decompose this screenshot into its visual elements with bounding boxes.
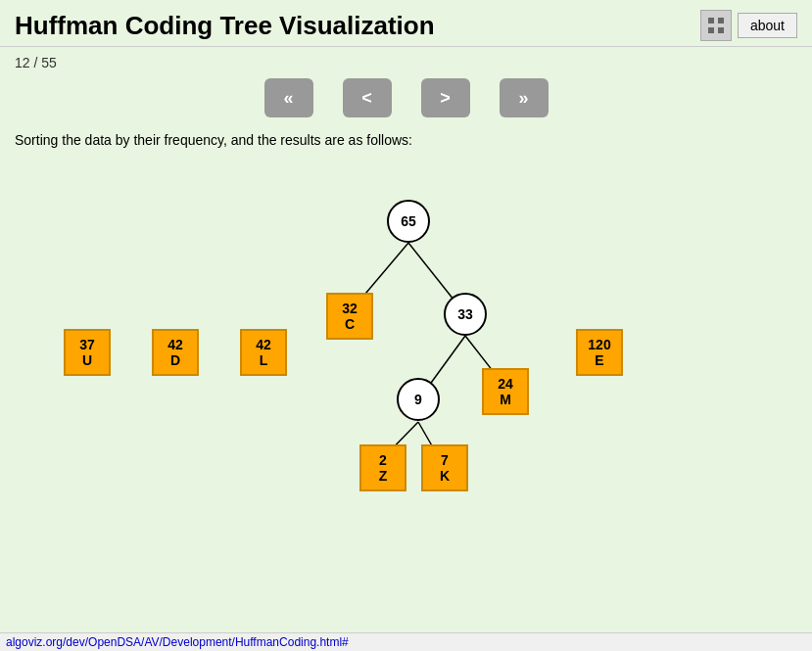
node-U-letter: U (82, 352, 92, 368)
svg-rect-3 (718, 27, 724, 33)
tree-node-Z-letter: Z (379, 468, 388, 484)
node-E-value: 120 (588, 337, 610, 352)
tree-node-Z: 2 Z (359, 444, 406, 491)
tree-node-K-value: 7 (441, 452, 449, 468)
svg-rect-1 (718, 18, 724, 23)
settings-button[interactable] (700, 10, 732, 41)
tree-node-33-value: 33 (457, 306, 473, 322)
header-controls: about (700, 10, 797, 41)
tree-node-M: 24 M (482, 368, 529, 415)
nav-buttons: « < > » (15, 78, 797, 117)
tree-node-M-letter: M (500, 392, 511, 407)
fastforward-button[interactable]: » (500, 78, 549, 117)
tree-node-K: 7 K (421, 444, 468, 491)
tree-node-C-value: 32 (342, 301, 358, 316)
node-D-value: 42 (167, 337, 183, 352)
node-U-value: 37 (79, 337, 95, 352)
tree-node-33: 33 (444, 293, 487, 336)
next-button[interactable]: > (421, 78, 470, 117)
statusbar: algoviz.org/dev/OpenDSA/AV/Development/H… (0, 632, 812, 651)
svg-rect-2 (708, 27, 714, 33)
node-D: 42 D (152, 329, 199, 376)
tree-root-value: 65 (401, 213, 416, 229)
tree-node-9-value: 9 (414, 392, 422, 407)
svg-rect-0 (708, 18, 714, 23)
tree-node-C: 32 C (326, 293, 373, 340)
visualization-area: 37 U 42 D 42 L 120 E 65 32 C 33 (15, 167, 797, 618)
rewind-button[interactable]: « (264, 78, 313, 117)
node-L-letter: L (260, 352, 268, 368)
node-D-letter: D (170, 352, 180, 368)
tree-node-M-value: 24 (498, 376, 513, 392)
counter: 12 / 55 (15, 55, 797, 70)
tree-node-K-letter: K (440, 468, 450, 484)
about-button[interactable]: about (738, 13, 797, 38)
statusbar-url: algoviz.org/dev/OpenDSA/AV/Development/H… (6, 635, 349, 649)
node-L-value: 42 (256, 337, 271, 352)
node-E-letter: E (595, 352, 603, 368)
tree-node-C-letter: C (345, 316, 355, 332)
header: Huffman Coding Tree Visualization about (0, 0, 812, 47)
page-title: Huffman Coding Tree Visualization (15, 11, 435, 41)
tree-root-65: 65 (387, 200, 430, 243)
tree-node-Z-value: 2 (379, 452, 387, 468)
settings-icon (706, 16, 726, 35)
node-U: 37 U (64, 329, 111, 376)
description: Sorting the data by their frequency, and… (15, 132, 797, 148)
main-content: 12 / 55 « < > » Sorting the data by thei… (0, 47, 812, 626)
tree-node-9: 9 (397, 378, 440, 421)
node-L: 42 L (240, 329, 287, 376)
node-E: 120 E (576, 329, 623, 376)
prev-button[interactable]: < (343, 78, 392, 117)
